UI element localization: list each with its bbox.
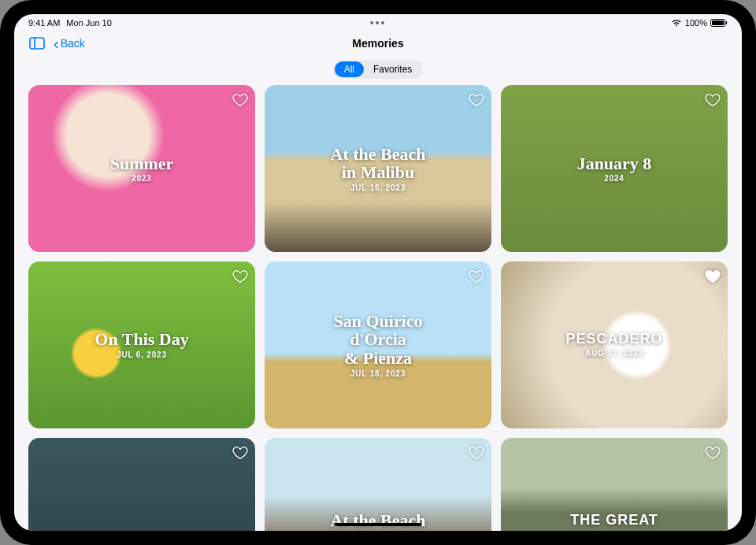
- sidebar-toggle-icon[interactable]: [28, 36, 46, 50]
- status-left: 9:41 AM Mon Jun 10: [28, 18, 112, 28]
- multitask-dots-icon[interactable]: •••: [370, 17, 387, 29]
- memory-subtitle: JUL 16, 2023: [331, 184, 426, 192]
- memory-card[interactable]: Summer2023: [28, 85, 255, 252]
- memory-card[interactable]: THE GREAT: [501, 438, 728, 532]
- favorite-heart-icon[interactable]: [232, 91, 249, 109]
- home-indicator[interactable]: [335, 523, 421, 526]
- battery-text: 100%: [685, 18, 707, 28]
- tab-favorites[interactable]: Favorites: [364, 61, 421, 77]
- favorite-heart-icon[interactable]: [704, 444, 721, 462]
- memory-title: Summer: [110, 154, 174, 173]
- memory-title: At the Beach: [331, 511, 426, 530]
- memory-title: At the Beach in Malibu: [331, 145, 426, 183]
- memory-subtitle: JUL 6, 2023: [94, 350, 188, 359]
- memory-card[interactable]: On This DayJUL 6, 2023: [28, 261, 255, 428]
- memory-overlay: San Quirico d'Orcia & PienzaJUL 18, 2023: [325, 312, 430, 378]
- device-frame: 9:41 AM Mon Jun 10 ••• 100%: [0, 0, 756, 545]
- memory-card[interactable]: At the Beach: [265, 438, 491, 532]
- memories-grid-wrap: Summer2023At the Beach in MalibuJUL 16, …: [14, 85, 742, 531]
- memory-subtitle: JUL 18, 2023: [333, 369, 422, 378]
- memories-grid: Summer2023At the Beach in MalibuJUL 16, …: [28, 85, 728, 531]
- memory-title: PESCADERO: [565, 332, 662, 347]
- memory-overlay: PESCADEROAUG 17, 2023: [558, 332, 670, 357]
- memory-title: San Quirico d'Orcia & Pienza: [333, 312, 422, 368]
- memory-overlay: THE GREAT: [562, 513, 666, 529]
- screen: 9:41 AM Mon Jun 10 ••• 100%: [14, 14, 742, 531]
- segmented-row: All Favorites: [14, 57, 742, 85]
- memory-overlay: On This DayJUL 6, 2023: [87, 330, 196, 359]
- favorite-heart-icon[interactable]: [704, 268, 721, 285]
- favorite-heart-icon[interactable]: [468, 268, 485, 285]
- memory-subtitle: 2023: [110, 174, 174, 183]
- tab-all[interactable]: All: [335, 61, 364, 77]
- battery-icon: [710, 19, 728, 27]
- favorite-heart-icon[interactable]: [468, 444, 485, 462]
- svg-rect-3: [30, 38, 44, 49]
- svg-rect-2: [726, 21, 728, 24]
- memory-subtitle: 2024: [577, 174, 652, 183]
- svg-rect-1: [712, 20, 724, 25]
- page-title: Memories: [352, 37, 403, 50]
- status-right: 100%: [671, 18, 728, 28]
- favorite-heart-icon[interactable]: [468, 91, 485, 109]
- memory-overlay: January 82024: [569, 154, 660, 184]
- nav-left: ‹ Back: [28, 35, 85, 51]
- memory-overlay: [134, 520, 150, 521]
- back-button[interactable]: ‹ Back: [54, 35, 85, 51]
- memory-card[interactable]: [28, 438, 255, 532]
- memory-overlay: Summer2023: [102, 154, 182, 184]
- wifi-icon: [671, 19, 682, 27]
- status-date: Mon Jun 10: [66, 18, 111, 28]
- back-label: Back: [61, 37, 85, 50]
- status-time: 9:41 AM: [28, 18, 60, 28]
- memory-card[interactable]: At the Beach in MalibuJUL 16, 2023: [265, 85, 491, 252]
- memory-card[interactable]: January 82024: [501, 85, 728, 252]
- memory-card[interactable]: San Quirico d'Orcia & PienzaJUL 18, 2023: [265, 261, 491, 428]
- nav-bar: ‹ Back Memories: [14, 30, 742, 57]
- memory-overlay: At the Beach: [323, 511, 434, 532]
- favorite-heart-icon[interactable]: [232, 444, 249, 462]
- segmented-control: All Favorites: [333, 60, 424, 79]
- chevron-left-icon: ‹: [54, 35, 59, 51]
- favorite-heart-icon[interactable]: [232, 268, 249, 285]
- memory-title: THE GREAT: [570, 513, 658, 528]
- memory-card[interactable]: PESCADEROAUG 17, 2023: [501, 261, 728, 428]
- memory-subtitle: AUG 17, 2023: [565, 349, 662, 358]
- memory-overlay: At the Beach in MalibuJUL 16, 2023: [323, 145, 434, 193]
- memory-title: January 8: [577, 154, 652, 173]
- favorite-heart-icon[interactable]: [704, 91, 721, 109]
- status-bar: 9:41 AM Mon Jun 10 ••• 100%: [14, 14, 742, 30]
- memory-title: On This Day: [94, 330, 188, 349]
